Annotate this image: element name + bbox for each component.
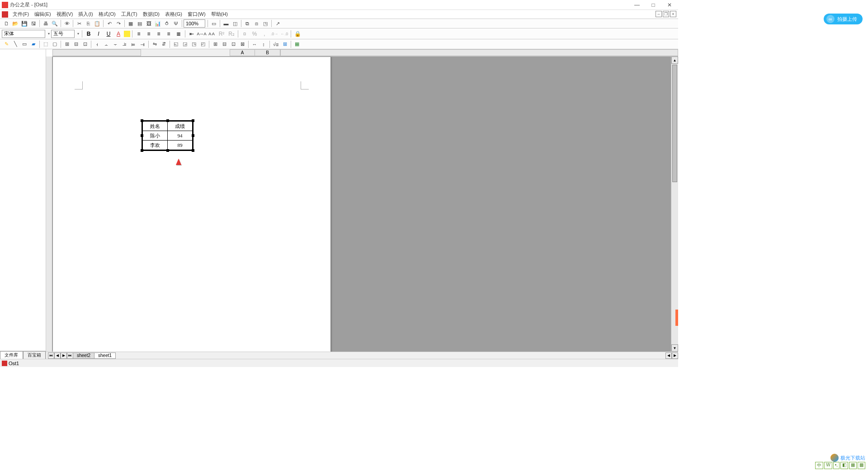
canvas-area[interactable]: 姓名 成绩 陈小 94 李欢 89 bbox=[46, 56, 678, 352]
layout2-button[interactable]: ▬ bbox=[222, 19, 230, 28]
column-a-header[interactable]: A bbox=[230, 49, 255, 56]
cut-button[interactable]: ✂ bbox=[75, 19, 83, 28]
mdi-minimize[interactable]: – bbox=[656, 11, 662, 17]
font-color-button[interactable]: A bbox=[114, 30, 123, 38]
scroll-up-button[interactable]: ▲ bbox=[671, 56, 678, 64]
group-button[interactable]: ⊞ bbox=[281, 40, 289, 48]
currency-button[interactable]: ¤ bbox=[240, 30, 249, 38]
expand-v-button[interactable]: ↕ bbox=[259, 40, 268, 48]
snap3-button[interactable]: ⊡ bbox=[81, 40, 89, 48]
window2-button[interactable]: ⧈ bbox=[252, 19, 260, 28]
underline-button[interactable]: U bbox=[104, 30, 113, 38]
menu-help[interactable]: 帮助(H) bbox=[208, 11, 231, 18]
sheet-prev-button[interactable]: ◀ bbox=[54, 352, 61, 359]
cell[interactable]: 94 bbox=[168, 131, 193, 141]
flip-v-button[interactable]: ⇵ bbox=[160, 40, 168, 48]
menu-window[interactable]: 窗口(W) bbox=[185, 11, 208, 18]
comma-button[interactable]: , bbox=[260, 30, 269, 38]
embedded-table[interactable]: 姓名 成绩 陈小 94 李欢 89 bbox=[142, 120, 193, 151]
doc-name[interactable]: Ost1 bbox=[9, 361, 19, 366]
find-button[interactable]: 👁 bbox=[63, 19, 71, 28]
open-button[interactable]: 📂 bbox=[11, 19, 19, 28]
paste-button[interactable]: 📋 bbox=[93, 19, 101, 28]
expand-h-button[interactable]: ↔ bbox=[250, 40, 259, 48]
fill-button[interactable]: ▰ bbox=[29, 40, 38, 48]
resize-handle-tr[interactable] bbox=[192, 119, 194, 122]
page[interactable]: 姓名 成绩 陈小 94 李欢 89 bbox=[52, 56, 331, 352]
resize-handle-br[interactable] bbox=[192, 149, 194, 152]
order2-button[interactable]: ◲ bbox=[181, 40, 189, 48]
size3-button[interactable]: ⊡ bbox=[229, 40, 237, 48]
snap1-button[interactable]: ⊞ bbox=[63, 40, 71, 48]
left-tab-files[interactable]: 文件库 bbox=[0, 351, 23, 359]
align4-button[interactable]: ⫡ bbox=[120, 40, 128, 48]
align1-button[interactable]: ⫞ bbox=[93, 40, 101, 48]
chart-button[interactable]: 📊 bbox=[154, 19, 162, 28]
hscroll-left-button[interactable]: ◀ bbox=[665, 352, 672, 359]
mdi-close[interactable]: × bbox=[670, 11, 676, 17]
dec-dec-button[interactable]: ←.0 bbox=[280, 30, 289, 38]
link-button[interactable]: ⥀ bbox=[163, 19, 171, 28]
sup-button[interactable]: R² bbox=[217, 30, 226, 38]
flip-h-button[interactable]: ⇋ bbox=[151, 40, 159, 48]
size2-button[interactable]: ⊟ bbox=[220, 40, 228, 48]
snap2-button[interactable]: ⊟ bbox=[72, 40, 80, 48]
sheet-tab-2[interactable]: sheet2 bbox=[73, 352, 94, 359]
align-justify-button[interactable]: ≡ bbox=[164, 30, 173, 38]
size4-button[interactable]: ⊠ bbox=[238, 40, 246, 48]
sheet-first-button[interactable]: ⏮ bbox=[48, 352, 54, 359]
percent-button[interactable]: % bbox=[250, 30, 259, 38]
window1-button[interactable]: ⧉ bbox=[243, 19, 251, 28]
maximize-button[interactable]: □ bbox=[650, 2, 656, 8]
resize-handle-ml[interactable] bbox=[141, 134, 143, 137]
hscroll-right-button[interactable]: ▶ bbox=[672, 352, 678, 359]
lock-button[interactable]: 🔒 bbox=[293, 30, 302, 38]
font-family-drop[interactable]: ▾ bbox=[46, 32, 51, 36]
menu-edit[interactable]: 编辑(E) bbox=[32, 11, 54, 18]
char-span-button[interactable]: A↔A bbox=[197, 30, 206, 38]
sheet-last-button[interactable]: ⏭ bbox=[67, 352, 73, 359]
close-button[interactable]: ✕ bbox=[666, 2, 673, 8]
order4-button[interactable]: ◰ bbox=[199, 40, 207, 48]
font-size-combo[interactable]: 五号▼ bbox=[51, 30, 75, 38]
align-left-button[interactable]: ≡ bbox=[134, 30, 143, 38]
resize-handle-tm[interactable] bbox=[166, 119, 169, 122]
italic-button[interactable]: I bbox=[94, 30, 103, 38]
cell-header-name[interactable]: 姓名 bbox=[143, 122, 168, 131]
vertical-scrollbar[interactable]: ▲ ▼ bbox=[671, 56, 678, 352]
sqrt-button[interactable]: √α bbox=[272, 40, 280, 48]
save-button[interactable]: 💾 bbox=[20, 19, 28, 28]
font-family-combo[interactable]: 宋体▼ bbox=[2, 30, 45, 38]
shape2-button[interactable]: ▢ bbox=[51, 40, 59, 48]
sheet-tab-1[interactable]: sheet1 bbox=[94, 352, 116, 359]
symbol-button[interactable]: Ψ bbox=[172, 19, 180, 28]
menu-view[interactable]: 视图(V) bbox=[54, 11, 76, 18]
align6-button[interactable]: ⫣ bbox=[138, 40, 146, 48]
align3-button[interactable]: ⫟ bbox=[111, 40, 119, 48]
dec-inc-button[interactable]: .0→ bbox=[270, 30, 279, 38]
char-span2-button[interactable]: A A bbox=[207, 30, 216, 38]
sub-button[interactable]: R₂ bbox=[227, 30, 236, 38]
undo-button[interactable]: ↶ bbox=[105, 19, 113, 28]
align5-button[interactable]: ⫢ bbox=[129, 40, 137, 48]
mdi-restore[interactable]: ❐ bbox=[663, 11, 669, 17]
font-size-drop[interactable]: ▾ bbox=[75, 32, 80, 36]
align-center-button[interactable]: ≡ bbox=[144, 30, 153, 38]
shape1-button[interactable]: ⬚ bbox=[42, 40, 50, 48]
menu-data[interactable]: 数据(D) bbox=[140, 11, 162, 18]
layout3-button[interactable]: ◫ bbox=[231, 19, 239, 28]
zoom-combo[interactable]: 100%▼ bbox=[184, 19, 205, 28]
image-button[interactable]: 🖼 bbox=[145, 19, 153, 28]
cell-header-score[interactable]: 成绩 bbox=[168, 122, 193, 131]
copy-button[interactable]: ⎘ bbox=[84, 19, 92, 28]
pen-button[interactable]: ✎ bbox=[2, 40, 10, 48]
cell[interactable]: 陈小 bbox=[143, 131, 168, 141]
resize-handle-tl[interactable] bbox=[141, 119, 143, 122]
rect-button[interactable]: ▭ bbox=[20, 40, 28, 48]
size1-button[interactable]: ⊞ bbox=[211, 40, 219, 48]
cell[interactable]: 李欢 bbox=[143, 141, 168, 150]
align-dist-button[interactable]: ≣ bbox=[174, 30, 183, 38]
cell[interactable]: 89 bbox=[168, 141, 193, 150]
order1-button[interactable]: ◱ bbox=[172, 40, 180, 48]
scroll-down-button[interactable]: ▼ bbox=[671, 344, 678, 352]
